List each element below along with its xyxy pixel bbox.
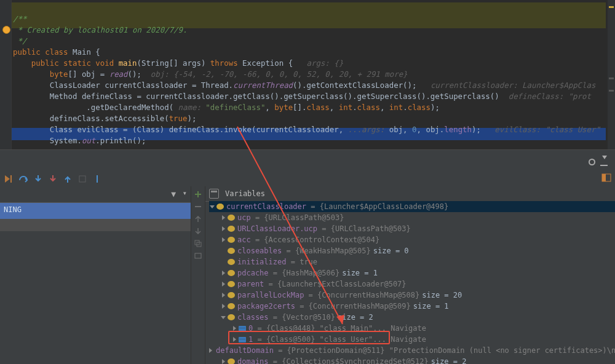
var-value: = {Vector@510} bbox=[273, 312, 335, 323]
expand-icon[interactable] bbox=[220, 215, 226, 221]
inline-hint-ccl: currentClassloader: Launcher$AppClas bbox=[430, 81, 596, 90]
error-stripe[interactable] bbox=[608, 0, 615, 149]
semi2: ); bbox=[430, 103, 440, 112]
kw-byte: byte bbox=[50, 69, 68, 79]
duplicate-watch-icon[interactable] bbox=[194, 239, 202, 248]
var-name: initialized bbox=[237, 256, 286, 267]
var-value: = true bbox=[291, 256, 317, 267]
frame-row-1[interactable] bbox=[0, 219, 191, 231]
var-value: = {ConcurrentHashMap@508} bbox=[309, 290, 420, 301]
evaluate-icon[interactable] bbox=[209, 189, 219, 199]
field-icon bbox=[228, 259, 235, 265]
usage-mark2[interactable] bbox=[609, 90, 614, 92]
kw-throws: throws bbox=[210, 58, 238, 68]
var-value: = {Collections$SynchronizedSet@512} bbox=[273, 356, 429, 364]
code-editor[interactable]: /** * Created by localhost01 on 2020/7/9… bbox=[0, 0, 615, 149]
kw-public: public bbox=[13, 47, 41, 57]
var-row-domains[interactable]: domains = {Collections$SynchronizedSet@5… bbox=[209, 356, 615, 364]
expand-icon[interactable] bbox=[220, 292, 226, 298]
var-value: = {HashMap@506} bbox=[273, 267, 339, 279]
d1: . bbox=[352, 103, 357, 112]
var-row-defaultDomain[interactable]: defaultDomain = {ProtectionDomain@511} "… bbox=[209, 345, 615, 356]
code-area[interactable]: /** * Created by localhost01 on 2020/7/9… bbox=[12, 0, 615, 146]
semi3: ); bbox=[188, 114, 197, 123]
semi4: ); bbox=[472, 125, 481, 134]
move-down-icon[interactable] bbox=[194, 227, 202, 235]
out: out bbox=[82, 136, 95, 145]
var-size: size = 0 bbox=[373, 245, 409, 256]
download-icon[interactable] bbox=[600, 157, 608, 166]
run-to-cursor-icon[interactable] bbox=[92, 174, 102, 184]
expand-icon[interactable] bbox=[209, 204, 215, 210]
editor-gutter bbox=[0, 0, 12, 149]
var-size: size = 1 bbox=[413, 301, 449, 312]
filter-icon[interactable]: ▼ bbox=[171, 189, 176, 199]
frames-header: ▾ ▼ bbox=[0, 186, 191, 203]
add-watch-icon[interactable] bbox=[194, 190, 202, 199]
var-size: size = 20 bbox=[422, 290, 462, 301]
drop-frame-icon[interactable] bbox=[77, 174, 87, 184]
kw-int2: int bbox=[389, 103, 403, 112]
gear-icon[interactable] bbox=[587, 157, 597, 167]
force-step-into-icon[interactable] bbox=[48, 174, 58, 184]
var-row-package2certs[interactable]: package2certs = {ConcurrentHashMap@509}s… bbox=[209, 301, 615, 312]
inline-hint-args: args: {} bbox=[307, 58, 344, 68]
str-defineClass: "defineClass" bbox=[205, 103, 265, 112]
usage-mark[interactable] bbox=[609, 77, 614, 79]
line7a: defineClass.setAccessible( bbox=[50, 114, 169, 123]
var-name: acc bbox=[237, 234, 251, 245]
var-row-currentClassloader[interactable]: currentClassloader = {Launcher$AppClassL… bbox=[209, 201, 615, 212]
expand-icon[interactable] bbox=[209, 347, 212, 354]
var-name: parent bbox=[237, 279, 264, 290]
remove-watch-icon[interactable] bbox=[194, 202, 202, 211]
move-up-icon[interactable] bbox=[194, 215, 202, 223]
svg-rect-2 bbox=[97, 175, 98, 183]
var-name: domains bbox=[237, 356, 269, 364]
warning-mark[interactable] bbox=[609, 6, 614, 8]
var-row-closeables[interactable]: closeables = {WeakHashMap@505}size = 0 bbox=[209, 245, 615, 256]
expand-icon[interactable] bbox=[220, 314, 226, 320]
expand-icon[interactable] bbox=[220, 358, 226, 364]
step-into-icon[interactable] bbox=[33, 174, 43, 184]
kw-static: static bbox=[63, 58, 91, 68]
var-row-parallelLockMap[interactable]: parallelLockMap = {ConcurrentHashMap@508… bbox=[209, 290, 615, 301]
line6a: .getDeclaredMethod( bbox=[86, 103, 173, 112]
var-row-acc[interactable]: acc = {AccessControlContext@504} bbox=[209, 234, 615, 245]
expand-icon[interactable] bbox=[220, 281, 226, 287]
field-icon bbox=[228, 292, 235, 298]
kw-byte2: byte bbox=[274, 103, 293, 112]
variables-title: Variables bbox=[225, 189, 265, 198]
var-size: size = 2 bbox=[431, 356, 467, 364]
expand-icon[interactable] bbox=[220, 226, 226, 232]
expand-icon[interactable] bbox=[220, 303, 226, 309]
frame-row-0[interactable]: NING bbox=[0, 203, 191, 219]
var-row-classes[interactable]: classes = {Vector@510}size = 2 bbox=[209, 312, 615, 323]
show-watches-icon[interactable] bbox=[194, 251, 202, 260]
kw-public2: public bbox=[31, 58, 59, 68]
var-row-parent[interactable]: parent = {Launcher$ExtClassLoader@507} bbox=[209, 279, 615, 290]
expand-icon[interactable] bbox=[220, 237, 226, 243]
svg-rect-0 bbox=[10, 175, 12, 183]
c2: , bbox=[330, 103, 339, 112]
var-row-urlclassloader-ucp[interactable]: URLClassLoader.ucp = {URLClassPath@503} bbox=[209, 223, 615, 234]
show-execution-point-icon[interactable] bbox=[4, 174, 14, 184]
field-icon bbox=[228, 358, 235, 364]
kw-class1: class bbox=[307, 103, 330, 112]
var-row-ucp[interactable]: ucp = {URLClassPath@503} bbox=[209, 212, 615, 223]
step-over-icon[interactable] bbox=[18, 174, 28, 184]
variables-toolbar bbox=[191, 186, 205, 364]
expand-icon[interactable] bbox=[220, 270, 226, 276]
line9a: System. bbox=[50, 136, 82, 145]
kw-int1: int bbox=[339, 103, 352, 112]
hint-name: name: bbox=[178, 103, 201, 112]
step-out-icon[interactable] bbox=[63, 174, 73, 184]
inline-hint-obj: obj: {-54, -2, -70, -66, 0, 0, 0, 52, 0,… bbox=[151, 69, 408, 79]
var-row-initialized[interactable]: initialized = true bbox=[209, 256, 615, 267]
watches-toggle-icon[interactable] bbox=[601, 173, 611, 184]
arr: []. bbox=[293, 103, 306, 112]
doc-close: */ bbox=[13, 36, 26, 46]
thread-dropdown[interactable]: ▾ bbox=[183, 189, 187, 197]
intention-bulb-icon[interactable] bbox=[2, 26, 10, 34]
var-row-pdcache[interactable]: pdcache = {HashMap@506}size = 1 bbox=[209, 267, 615, 279]
svg-rect-1 bbox=[79, 176, 85, 182]
